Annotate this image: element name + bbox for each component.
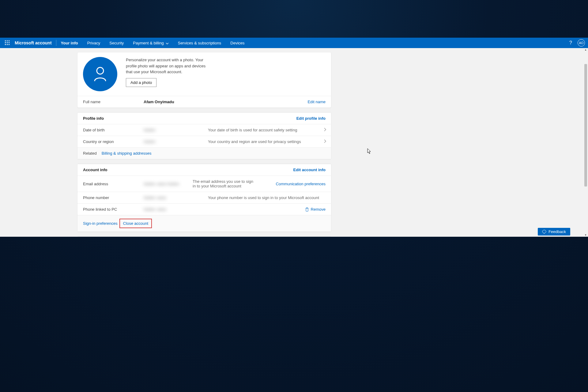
profile-info-card: Profile info Edit profile info Date of b… bbox=[77, 112, 331, 159]
chevron-right-icon bbox=[324, 128, 326, 132]
profile-related-row: Related Billing & shipping addresses bbox=[77, 147, 331, 159]
svg-point-9 bbox=[97, 67, 104, 74]
photo-card: Personalize your account with a photo. Y… bbox=[77, 52, 331, 108]
region-label: Country or region bbox=[83, 139, 144, 144]
region-row[interactable]: Country or region hidden Your country an… bbox=[77, 136, 331, 147]
app-launcher-icon[interactable] bbox=[0, 38, 15, 48]
brand-title[interactable]: Microsoft account bbox=[15, 40, 56, 46]
feedback-label: Feedback bbox=[548, 229, 566, 234]
dob-note: Your date of birth is used for account s… bbox=[208, 128, 326, 132]
account-info-title: Account info bbox=[83, 168, 144, 172]
nav-services[interactable]: Services & subscriptions bbox=[173, 38, 226, 48]
svg-rect-1 bbox=[7, 40, 8, 41]
fullname-label: Full name bbox=[83, 100, 144, 104]
phone-linked-label: Phone linked to PC bbox=[83, 207, 144, 212]
page-content: ▴ ▾ Personalize your account with a phot… bbox=[0, 48, 588, 237]
nav-payment-billing[interactable]: Payment & billing bbox=[128, 38, 173, 48]
help-icon[interactable]: ? bbox=[569, 40, 572, 46]
chat-icon bbox=[542, 230, 546, 234]
dob-label: Date of birth bbox=[83, 128, 144, 132]
phone-linked-row: Phone linked to PC hidden value Remove bbox=[77, 203, 331, 215]
phone-row: Phone number hidden value Your phone num… bbox=[77, 192, 331, 203]
related-label: Related bbox=[83, 151, 97, 156]
phone-value: hidden value bbox=[144, 195, 208, 200]
remove-phone-link[interactable]: Remove bbox=[305, 207, 326, 212]
dob-value: hidden bbox=[144, 128, 208, 132]
region-note: Your country and region are used for pri… bbox=[208, 139, 326, 144]
account-footer-row: Sign-in preferences Close account bbox=[77, 215, 331, 232]
svg-rect-5 bbox=[9, 42, 9, 43]
communication-preferences-link[interactable]: Communication preferences bbox=[276, 182, 326, 186]
svg-rect-4 bbox=[7, 42, 8, 43]
edit-name-link[interactable]: Edit name bbox=[307, 100, 326, 104]
svg-rect-0 bbox=[5, 40, 6, 41]
edit-account-info-link[interactable]: Edit account info bbox=[293, 168, 326, 172]
profile-photo-placeholder bbox=[83, 57, 117, 91]
desktop-background-bottom bbox=[0, 237, 588, 392]
email-label: Email address bbox=[83, 182, 144, 186]
nav-payment-label: Payment & billing bbox=[133, 41, 164, 45]
desktop-background-top bbox=[0, 0, 588, 38]
svg-rect-6 bbox=[5, 44, 6, 45]
header-bar: Microsoft account Your info Privacy Secu… bbox=[0, 38, 588, 48]
region-value: hidden bbox=[144, 139, 208, 144]
fullname-value: Afam Onyimadu bbox=[144, 100, 208, 104]
remove-label: Remove bbox=[311, 207, 326, 212]
svg-rect-8 bbox=[9, 44, 9, 45]
chevron-down-icon bbox=[166, 41, 169, 45]
signin-preferences-link[interactable]: Sign-in preferences bbox=[83, 221, 118, 226]
nav-security[interactable]: Security bbox=[105, 38, 128, 48]
svg-rect-7 bbox=[7, 44, 8, 45]
email-value: hidden value hidden bbox=[144, 182, 193, 186]
phone-label: Phone number bbox=[83, 195, 144, 200]
svg-rect-3 bbox=[5, 42, 6, 43]
billing-addresses-link[interactable]: Billing & shipping addresses bbox=[102, 151, 152, 156]
account-info-card: Account info Edit account info Email add… bbox=[77, 164, 331, 232]
feedback-button[interactable]: Feedback bbox=[538, 228, 570, 236]
language-info-card: Language info Display language English (… bbox=[77, 236, 331, 237]
nav-devices[interactable]: Devices bbox=[226, 38, 249, 48]
profile-info-title: Profile info bbox=[83, 116, 144, 121]
phone-linked-value: hidden value bbox=[144, 207, 208, 212]
svg-rect-2 bbox=[9, 40, 9, 41]
scrollbar-up-icon[interactable]: ▴ bbox=[584, 48, 587, 52]
scrollbar-thumb[interactable] bbox=[584, 64, 587, 187]
phone-note: Your phone number is used to sign in to … bbox=[208, 195, 326, 200]
nav-your-info[interactable]: Your info bbox=[56, 38, 83, 48]
add-photo-button[interactable]: Add a photo bbox=[126, 78, 156, 87]
photo-description: Personalize your account with a photo. Y… bbox=[126, 57, 209, 75]
top-nav: Your info Privacy Security Payment & bil… bbox=[56, 38, 249, 48]
edit-profile-info-link[interactable]: Edit profile info bbox=[296, 116, 326, 121]
email-note: The email address you use to sign in to … bbox=[193, 179, 257, 188]
close-account-link[interactable]: Close account bbox=[123, 221, 148, 226]
mouse-cursor bbox=[367, 148, 371, 156]
chevron-right-icon bbox=[324, 139, 326, 144]
scrollbar: ▴ ▾ bbox=[584, 48, 587, 237]
nav-privacy[interactable]: Privacy bbox=[83, 38, 105, 48]
email-row: Email address hidden value hidden The em… bbox=[77, 175, 331, 192]
user-avatar[interactable]: AO bbox=[578, 39, 585, 47]
scrollbar-down-icon[interactable]: ▾ bbox=[584, 233, 587, 237]
dob-row[interactable]: Date of birth hidden Your date of birth … bbox=[77, 124, 331, 136]
close-account-highlight: Close account bbox=[119, 219, 152, 228]
trash-icon bbox=[305, 207, 309, 212]
